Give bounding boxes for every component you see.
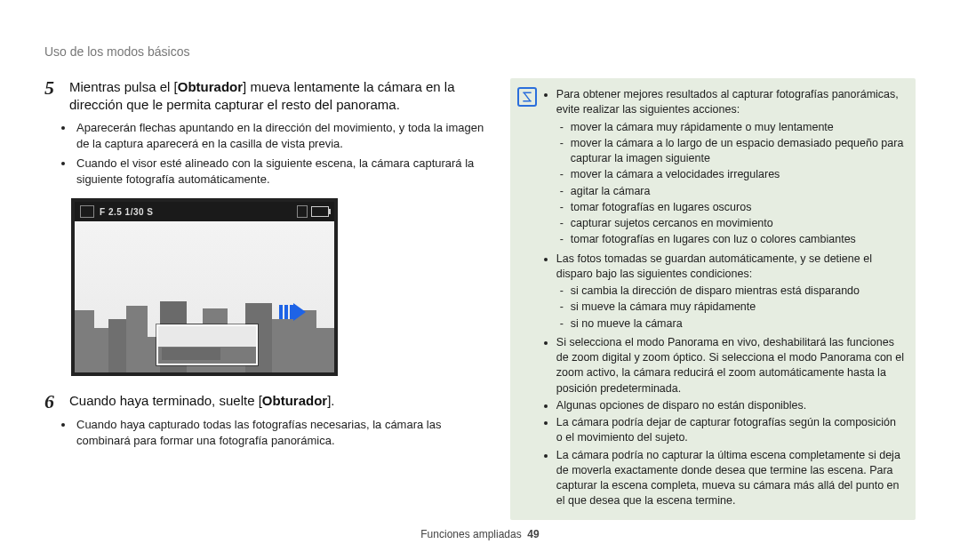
list-item: Si selecciona el modo Panorama en vivo, … <box>556 335 905 396</box>
step-number: 6 <box>44 392 60 412</box>
step-5: 5 Mientras pulsa el [Obturador] mueva le… <box>44 78 485 115</box>
step-5-sublist: Aparecerán flechas apuntando en la direc… <box>75 120 485 188</box>
list-item: tomar fotografías en lugares con luz o c… <box>571 232 905 247</box>
sd-icon <box>297 205 308 218</box>
left-column: 5 Mientras pulsa el [Obturador] mueva le… <box>44 78 485 520</box>
step6-part1: Cuando haya terminado, suelte [ <box>69 393 262 408</box>
page-number: 49 <box>527 528 539 540</box>
exposure-readout: F 2.5 1/30 S <box>100 207 153 217</box>
tip-intro: Para obtener mejores resultados al captu… <box>556 88 899 116</box>
battery-icon <box>311 206 329 217</box>
list-item: mover la cámara muy rápidamente o muy le… <box>571 120 905 135</box>
mode-icon <box>80 205 94 218</box>
list-item: si cambia la dirección de disparo mientr… <box>571 284 905 299</box>
direction-arrow-tail <box>279 305 293 319</box>
tip-item: Para obtener mejores resultados al captu… <box>556 87 905 248</box>
step-6: 6 Cuando haya terminado, suelte [Obturad… <box>44 392 485 412</box>
right-column: Para obtener mejores resultados al captu… <box>510 78 916 520</box>
list-item: Cuando haya capturado todas las fotograf… <box>75 417 485 449</box>
list-item: si mueve la cámara muy rápidamente <box>571 300 905 315</box>
direction-arrow-icon <box>293 303 306 321</box>
tips-box: Para obtener mejores resultados al captu… <box>510 78 916 520</box>
step-number: 5 <box>44 78 60 115</box>
step-text: Mientras pulsa el [Obturador] mueva lent… <box>69 78 485 115</box>
list-item: Algunas opciones de disparo no están dis… <box>556 398 905 413</box>
list-item: si no mueve la cámara <box>571 316 905 332</box>
section-heading: Uso de los modos básicos <box>44 44 916 59</box>
list-item: Cuando el visor esté alineado con la sig… <box>75 156 485 188</box>
page-footer: Funciones ampliadas 49 <box>0 528 960 540</box>
footer-label: Funciones ampliadas <box>420 528 521 540</box>
step-6-sublist: Cuando haya capturado todas las fotograf… <box>75 417 485 449</box>
panorama-figure: F 2.5 1/30 S <box>71 198 338 376</box>
step5-bold: Obturador <box>178 79 243 94</box>
list-item: Aparecerán flechas apuntando en la direc… <box>75 120 485 152</box>
list-item: La cámara podría no capturar la última e… <box>556 448 905 509</box>
list-item: agitar la cámara <box>571 184 905 199</box>
list-item: mover la cámara a lo largo de un espacio… <box>571 136 905 167</box>
step6-bold: Obturador <box>262 393 327 408</box>
note-icon <box>517 87 537 107</box>
tip-second: Las fotos tomadas se guardan automáticam… <box>556 252 872 280</box>
list-item: tomar fotografías en lugares oscuros <box>571 200 905 215</box>
camera-hud: F 2.5 1/30 S <box>75 202 334 221</box>
step5-part1: Mientras pulsa el [ <box>69 79 178 94</box>
list-item: mover la cámara a velocidades irregulare… <box>571 167 905 182</box>
step6-part3: ]. <box>327 393 334 408</box>
preview-thumbnail <box>156 324 258 365</box>
step-text: Cuando haya terminado, suelte [Obturador… <box>69 392 335 412</box>
tip-item: Las fotos tomadas se guardan automáticam… <box>556 252 905 332</box>
list-item: La cámara podría dejar de capturar fotog… <box>556 415 905 446</box>
list-item: capturar sujetos cercanos en movimiento <box>571 216 905 231</box>
